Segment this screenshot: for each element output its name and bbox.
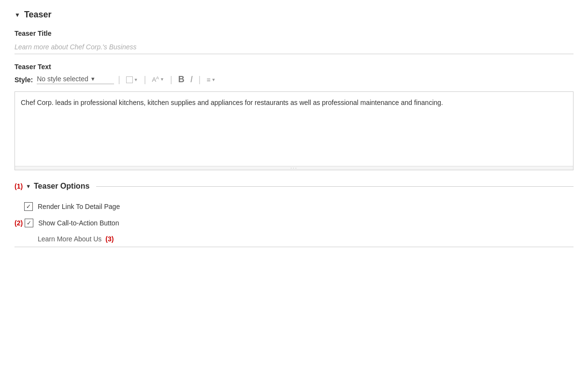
font-size-icon: AA — [152, 75, 159, 83]
cta-text-row: Learn More About Us (3) — [14, 231, 574, 247]
bold-button[interactable]: B — [176, 74, 186, 86]
teaser-options-section: (1) ▼ Teaser Options Render Link To Deta… — [14, 182, 574, 247]
separator-3: | — [170, 74, 172, 85]
options-number-label: (1) — [14, 182, 23, 190]
teaser-section-title: Teaser — [24, 10, 52, 20]
align-arrow-icon: ▼ — [212, 77, 216, 82]
teaser-text-label: Teaser Text — [14, 63, 574, 71]
resize-handle[interactable]: ··· — [15, 166, 573, 170]
render-link-checkbox[interactable] — [24, 202, 33, 211]
show-cta-label: Show Call-to-Action Button — [38, 219, 119, 227]
block-arrow-icon: ▼ — [134, 77, 138, 82]
teaser-options-title: Teaser Options — [34, 182, 89, 191]
style-label: Style: — [14, 76, 33, 84]
separator-2: | — [144, 74, 146, 85]
font-arrow-icon: ▼ — [160, 77, 164, 82]
render-link-checkbox-wrapper: Render Link To Detail Page — [24, 202, 120, 211]
render-link-label: Render Link To Detail Page — [38, 203, 120, 210]
teaser-text-block: Teaser Text Style: No style selected ▼ |… — [14, 63, 574, 170]
teaser-title-block: Teaser Title — [14, 30, 574, 54]
style-select-value: No style selected — [37, 75, 88, 83]
separator-1: | — [118, 74, 120, 85]
teaser-text-toolbar: Style: No style selected ▼ | ▼ | AA ▼ | … — [14, 74, 574, 89]
options-chevron-icon[interactable]: ▼ — [26, 183, 31, 189]
italic-button[interactable]: I — [188, 74, 195, 86]
cta-text-value: Learn More About Us — [38, 235, 101, 243]
style-select-dropdown[interactable]: No style selected ▼ — [37, 75, 114, 84]
square-icon — [126, 76, 133, 83]
show-cta-checkbox-wrapper: Show Call-to-Action Button — [25, 219, 119, 227]
cta-number-label: (3) — [105, 235, 114, 243]
teaser-chevron-icon[interactable]: ▼ — [14, 12, 20, 18]
teaser-text-editor[interactable]: Chef Corp. leads in professional kitchen… — [15, 92, 573, 164]
show-cta-checkbox[interactable] — [25, 219, 33, 227]
teaser-title-label: Teaser Title — [14, 30, 574, 37]
style-select-arrow-icon: ▼ — [90, 76, 96, 82]
option-2-number-label: (2) — [14, 219, 23, 227]
font-size-button[interactable]: AA ▼ — [150, 74, 166, 84]
teaser-section-header: ▼ Teaser — [14, 10, 574, 20]
teaser-title-input[interactable] — [14, 40, 574, 54]
teaser-text-editor-wrapper: Chef Corp. leads in professional kitchen… — [14, 91, 574, 170]
options-divider — [96, 186, 574, 187]
teaser-options-header: (1) ▼ Teaser Options — [14, 182, 574, 191]
align-button[interactable]: ≡ ▼ — [204, 75, 217, 85]
format-block-button[interactable]: ▼ — [124, 75, 140, 84]
render-link-option-row: Render Link To Detail Page — [14, 198, 574, 215]
separator-4: | — [199, 74, 201, 85]
align-icon: ≡ — [206, 76, 210, 84]
show-cta-option-row: (2) Show Call-to-Action Button — [14, 215, 574, 231]
